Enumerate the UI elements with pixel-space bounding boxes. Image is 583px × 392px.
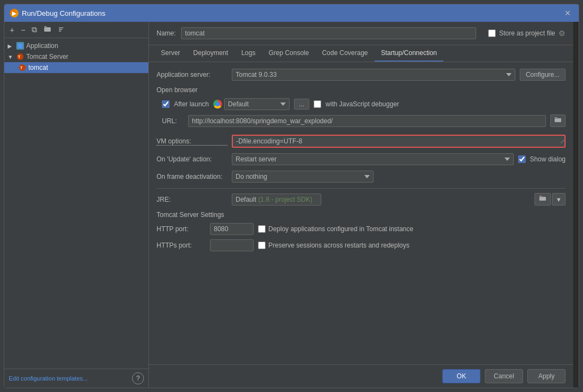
tree-item-tomcat-server[interactable]: ▼ T Tomcat Server [4,51,148,62]
folder-config-button[interactable] [41,24,53,35]
after-launch-label: After launch [174,100,209,108]
name-label: Name: [157,29,176,37]
dialog-title: Run/Debug Configurations [22,9,105,17]
tab-code-coverage[interactable]: Code Coverage [315,45,374,62]
update-action-select[interactable]: Restart server [232,153,514,165]
vm-input-wrapper: ⤢ [232,135,566,148]
copy-config-button[interactable]: ⧉ [29,24,39,35]
tabs-row: Server Deployment Logs Grep Console Code… [149,45,573,62]
frame-deactivation-label: On frame deactivation: [157,173,227,180]
url-folder-button[interactable] [550,114,566,127]
https-port-input[interactable] [210,239,254,251]
preserve-sessions-checkbox[interactable] [258,242,266,249]
tomcat-settings-section: Tomcat Server Settings HTTP port: Deploy… [157,211,566,251]
svg-rect-1 [44,26,47,28]
gear-icon[interactable]: ⚙ [558,29,566,38]
js-debugger-label: with JavaScript debugger [326,100,399,108]
tab-grep-console[interactable]: Grep Console [262,45,315,62]
vm-options-row: VM options: ⤢ [157,135,566,148]
app-server-row: Application server: Tomcat 9.0.33 Config… [157,69,566,81]
divider-1 [157,188,566,189]
content-area: Application server: Tomcat 9.0.33 Config… [149,62,573,364]
deploy-apps-text: Deploy applications configured in Tomcat… [268,225,413,233]
right-section: Name: Store as project file ⚙ Server Dep… [149,22,579,388]
svg-rect-13 [539,196,542,197]
frame-deactivation-select[interactable]: Do nothing [232,171,374,183]
deploy-apps-checkbox[interactable] [258,225,266,233]
svg-rect-12 [539,197,546,201]
add-config-button[interactable]: + [8,25,16,35]
tomcat-item-icon: T [19,64,26,71]
jre-input[interactable] [232,194,321,206]
apply-button[interactable]: Apply [527,369,566,383]
left-panel: + − ⧉ [4,22,149,388]
name-row: Name: Store as project file ⚙ [149,22,573,45]
tree-arrow-app: ▶ [8,43,14,49]
svg-text:T: T [18,55,21,59]
tomcat-settings-title: Tomcat Server Settings [157,211,566,219]
help-button[interactable]: ? [132,372,144,384]
show-dialog-checkbox[interactable] [518,155,526,163]
bottom-bar: OK Cancel Apply [149,364,573,388]
jre-buttons: ▼ [534,193,566,206]
store-checkbox[interactable] [488,29,496,37]
tomcat-server-label: Tomcat Server [26,53,68,61]
vm-options-input[interactable] [232,135,566,148]
cancel-button[interactable]: Cancel [485,369,523,383]
remove-config-button[interactable]: − [19,25,27,35]
chrome-icon [213,100,222,108]
jre-row: JRE: Default (1.8 - project SDK) ▼ [157,193,566,206]
svg-rect-10 [555,118,561,122]
jre-dropdown-button[interactable]: ▼ [552,193,566,206]
svg-rect-0 [44,27,51,32]
ok-button[interactable]: OK [442,369,480,383]
close-button[interactable]: ✕ [562,8,573,19]
dialog-icon: ▶ [10,9,19,17]
http-port-row: HTTP port: Deploy applications configure… [157,223,566,235]
vm-options-label: VM options: [157,137,227,146]
application-label: Application [26,42,58,50]
preserve-sessions-label: Preserve sessions across restarts and re… [258,242,410,249]
vm-expand-button[interactable]: ⤢ [560,138,564,144]
tab-startup-connection[interactable]: Startup/Connection [375,45,444,62]
after-launch-row: After launch Default ... [157,98,566,110]
edit-templates-link[interactable]: Edit configuration templates... [9,375,88,382]
frame-deactivation-row: On frame deactivation: Do nothing [157,171,566,183]
scrollbar[interactable] [573,22,579,388]
sort-config-button[interactable] [56,25,67,35]
right-panel: Name: Store as project file ⚙ Server Dep… [149,22,573,388]
dots-button[interactable]: ... [294,99,309,110]
tree-item-application[interactable]: ▶ Application [4,40,148,51]
jre-folder-button[interactable] [534,193,551,206]
url-input[interactable] [188,115,546,127]
http-port-input[interactable] [210,223,254,235]
tab-deployment[interactable]: Deployment [187,45,235,62]
https-port-label: HTTPs port: [157,242,206,249]
store-label: Store as project file [499,29,555,37]
url-label: URL: [162,117,184,125]
tab-server[interactable]: Server [154,45,187,62]
run-debug-dialog: ▶ Run/Debug Configurations ✕ + − ⧉ [4,4,579,388]
tomcat-server-icon: T [16,53,24,61]
title-bar: ▶ Run/Debug Configurations ✕ [4,4,579,22]
svg-rect-11 [555,117,557,119]
app-server-label: Application server: [157,71,227,79]
name-input[interactable] [181,27,476,39]
after-launch-checkbox[interactable] [162,100,170,108]
preserve-sessions-text: Preserve sessions across restarts and re… [268,242,410,249]
browser-select[interactable]: Default [224,98,290,110]
https-port-row: HTTPs port: Preserve sessions across res… [157,239,566,251]
store-row: Store as project file ⚙ [488,29,566,38]
update-action-row: On 'Update' action: Restart server Show … [157,153,566,165]
app-server-select[interactable]: Tomcat 9.0.33 [232,69,515,81]
application-icon [16,42,24,50]
open-browser-section: Open browser After launch Default [157,86,566,127]
svg-rect-5 [18,44,22,48]
dialog-body: + − ⧉ [4,22,579,388]
tab-logs[interactable]: Logs [235,45,262,62]
js-debugger-checkbox[interactable] [314,100,321,108]
svg-text:T: T [20,66,23,70]
jre-label: JRE: [157,196,227,203]
tree-item-tomcat[interactable]: T tomcat [4,62,148,73]
configure-button[interactable]: Configure... [520,69,566,81]
